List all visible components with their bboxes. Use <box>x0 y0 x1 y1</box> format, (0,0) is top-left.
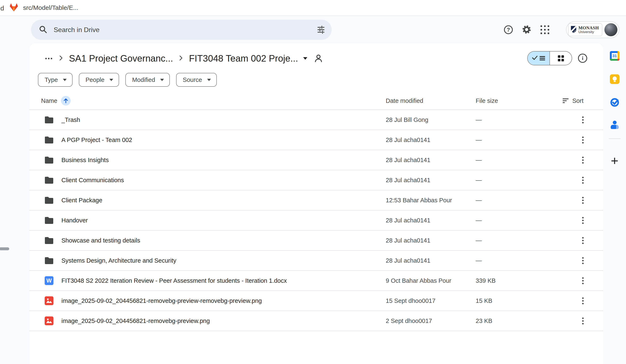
drive-app: ? <box>0 16 626 364</box>
row-more-options-button[interactable] <box>578 276 588 286</box>
table-row[interactable]: FIT3048 S2 2022 Iteration Review - Peer … <box>29 271 603 291</box>
contacts-icon[interactable] <box>610 121 620 130</box>
table-row[interactable]: Client Package 12:53 Bahar Abbas Pour — <box>29 190 603 210</box>
window-title-fragment: d <box>0 5 4 12</box>
current-folder-title: FIT3048 Team 002 Proje... <box>189 53 298 64</box>
file-name: Business Insights <box>61 157 109 164</box>
row-more-options-button[interactable] <box>578 175 588 185</box>
list-view-icon <box>540 55 545 61</box>
keep-icon[interactable] <box>610 74 620 84</box>
search-bar <box>31 20 332 40</box>
file-date: 2 Sept dhoo0017 <box>386 318 432 324</box>
file-size: — <box>476 157 482 164</box>
filter-chip[interactable]: People <box>79 73 119 87</box>
tab-title: src/Model/Table/E... <box>23 4 78 11</box>
scrollbar-handle[interactable] <box>0 247 9 250</box>
table-row[interactable]: Showcase and testing details 28 Jul acha… <box>29 231 603 251</box>
file-type-icon <box>45 216 53 225</box>
row-more-options-button[interactable] <box>578 135 588 145</box>
file-date: 28 Jul acha0141 <box>386 217 430 224</box>
image-file-icon <box>45 296 53 305</box>
file-table-body: _Trash 28 Jul Bill Gong — <box>29 110 603 331</box>
file-size: 23 KB <box>476 318 492 324</box>
table-row[interactable]: image_2025-09-02_204456821-removebg-prev… <box>29 311 603 331</box>
table-row[interactable]: Client Communications 28 Jul acha0141 — <box>29 170 603 190</box>
folder-icon <box>45 177 53 184</box>
file-type-icon <box>45 316 53 325</box>
table-row[interactable]: image_2025-09-02_204456821-removebg-prev… <box>29 291 603 311</box>
table-row[interactable]: Handover 28 Jul acha0141 — <box>29 210 603 231</box>
details-info-button[interactable]: i <box>578 54 587 63</box>
topbar-actions: ? <box>504 20 549 40</box>
table-row[interactable]: A PGP Project - Team 002 28 Jul acha0141… <box>29 130 603 150</box>
gear-icon <box>522 25 532 35</box>
row-more-options-button[interactable] <box>578 155 588 165</box>
file-date: 9 Oct Bahar Abbas Pour <box>386 277 451 284</box>
sort-menu-button[interactable]: Sort <box>563 92 584 109</box>
file-size: — <box>476 116 482 123</box>
row-more-options-button[interactable] <box>578 215 588 225</box>
file-size: 15 KB <box>476 298 492 304</box>
filter-chip[interactable]: Type <box>38 73 73 87</box>
google-apps-button[interactable] <box>541 25 549 34</box>
file-type-icon <box>45 176 53 185</box>
get-addons-plus-button[interactable]: + <box>611 154 618 167</box>
filter-chip[interactable]: Modified <box>125 73 170 87</box>
tasks-icon[interactable] <box>610 98 620 107</box>
filter-chip[interactable]: Source <box>176 73 217 87</box>
row-more-options-button[interactable] <box>578 235 588 245</box>
side-panel-rail: 31 + <box>603 16 626 364</box>
file-date: 28 Jul acha0141 <box>386 237 430 244</box>
search-input[interactable] <box>54 26 316 34</box>
sort-direction-button[interactable] <box>61 96 71 105</box>
image-file-icon <box>45 316 53 325</box>
share-members-button[interactable] <box>314 54 323 63</box>
breadcrumb-parent-folder[interactable]: SA1 Project Governanc... <box>69 53 173 64</box>
screen: d src/Model/Table/E... <box>0 0 626 364</box>
folder-icon <box>45 257 53 264</box>
file-type-icon <box>45 256 53 265</box>
file-size: — <box>476 197 482 204</box>
file-name: FIT3048 S2 2022 Iteration Review - Peer … <box>61 277 287 284</box>
breadcrumb-current-folder[interactable]: FIT3048 Team 002 Proje... <box>189 53 307 64</box>
filter-chip-label: Type <box>45 76 58 83</box>
column-header-date-modified[interactable]: Date modified <box>386 97 423 104</box>
monash-shield-icon <box>571 26 577 34</box>
row-more-options-button[interactable] <box>578 316 588 326</box>
folder-icon <box>45 237 53 244</box>
row-more-options-button[interactable] <box>578 195 588 205</box>
breadcrumb-overflow-button[interactable] <box>44 56 53 61</box>
browser-tab[interactable]: src/Model/Table/E... <box>9 0 78 15</box>
file-size: — <box>476 257 482 264</box>
file-table-header: Name Date modified File size Sort <box>29 92 603 110</box>
file-type-icon <box>45 135 53 144</box>
drive-content-card: SA1 Project Governanc... FIT3048 Team 00… <box>29 43 603 364</box>
column-header-file-size[interactable]: File size <box>476 97 498 104</box>
settings-button[interactable] <box>522 25 532 35</box>
grid-view-toggle[interactable] <box>550 52 572 65</box>
help-button[interactable]: ? <box>504 25 513 34</box>
grid-view-icon <box>558 55 564 61</box>
search-icon <box>39 25 47 34</box>
table-row[interactable]: Business Insights 28 Jul acha0141 — <box>29 150 603 170</box>
row-more-options-button[interactable] <box>578 115 588 125</box>
folder-icon <box>45 217 53 224</box>
sort-icon <box>563 97 569 104</box>
chevron-right-icon <box>59 55 63 62</box>
filter-chip-label: Modified <box>132 76 155 83</box>
column-header-name[interactable]: Name <box>41 97 57 104</box>
table-row[interactable]: _Trash 28 Jul Bill Gong — <box>29 110 603 130</box>
sort-label: Sort <box>572 97 584 104</box>
calendar-icon[interactable]: 31 <box>610 51 620 61</box>
check-icon <box>532 56 538 61</box>
filter-chip-label: People <box>85 76 104 83</box>
row-more-options-button[interactable] <box>578 256 588 265</box>
table-row[interactable]: Systems Design, Architecture and Securit… <box>29 251 603 271</box>
file-name: Client Package <box>61 197 102 204</box>
advanced-search-tune-icon[interactable] <box>316 25 325 34</box>
list-view-toggle-selected[interactable] <box>528 52 550 65</box>
file-name: Showcase and testing details <box>61 237 140 244</box>
file-name: Systems Design, Architecture and Securit… <box>61 257 176 264</box>
file-name: Handover <box>61 217 88 224</box>
row-more-options-button[interactable] <box>578 296 588 306</box>
